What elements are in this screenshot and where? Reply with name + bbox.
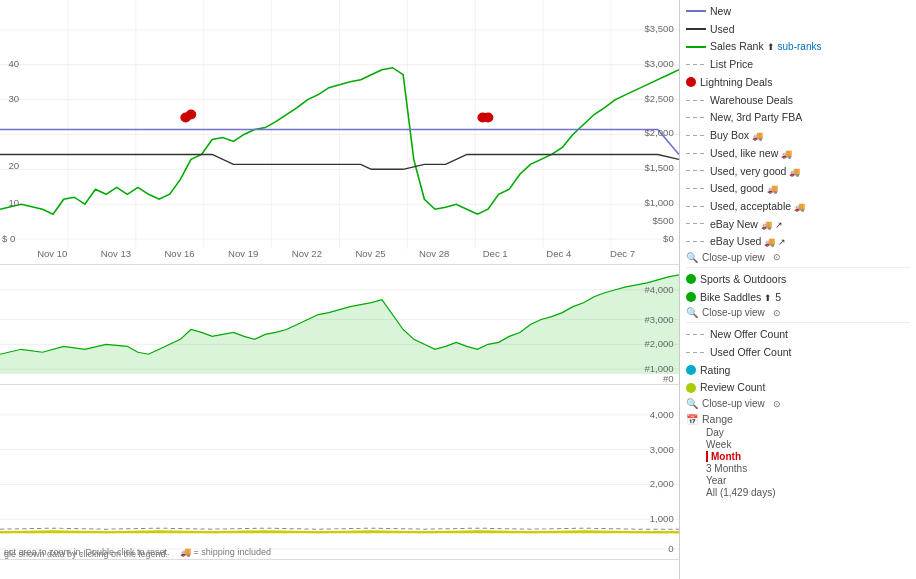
legend-used-label: Used (710, 22, 735, 37)
svg-text:#0: #0 (663, 374, 674, 384)
range-options: Day Week Month 3 Months Year All (1,429 … (706, 427, 910, 498)
svg-text:4,000: 4,000 (650, 410, 674, 420)
legend-new[interactable]: New (686, 4, 910, 19)
range-3months[interactable]: 3 Months (706, 463, 910, 474)
legend-ebay-used-label: eBay Used 🚚 ↗ (710, 234, 786, 249)
svg-text:#1,000: #1,000 (645, 364, 674, 374)
sub-ranks-link[interactable]: sub-ranks (778, 41, 822, 52)
legend-used-very-good[interactable]: Used, very good 🚚 (686, 164, 910, 179)
legend-review-count-label: Review Count (700, 380, 765, 395)
legend-warehouse-deals-label: Warehouse Deals (710, 93, 793, 108)
range-day[interactable]: Day (706, 427, 910, 438)
legend-used-good-label: Used, good 🚚 (710, 181, 778, 196)
svg-point-19 (483, 113, 494, 123)
svg-text:$3,000: $3,000 (645, 59, 674, 69)
legend-review-count[interactable]: Review Count (686, 380, 910, 395)
legend-rating[interactable]: Rating (686, 363, 910, 378)
legend-list-price-label: List Price (710, 57, 753, 72)
toggle-icon-3: ⊙ (773, 399, 781, 409)
toggle-icon-1: ⊙ (773, 252, 781, 262)
svg-text:$2,000: $2,000 (645, 129, 674, 139)
legend-ebay-new[interactable]: eBay New 🚚 ↗ (686, 217, 910, 232)
bottom-note-shipping: 🚚 = shipping included (180, 547, 271, 557)
svg-text:$1,500: $1,500 (645, 164, 674, 174)
legend-lightning-deals[interactable]: Lightning Deals (686, 75, 910, 90)
close-up-3-label: Close-up view (702, 398, 765, 409)
svg-text:#2,000: #2,000 (645, 340, 674, 350)
range-label: Range (702, 413, 733, 425)
legend-new-3p-fba-label: New, 3rd Party FBA (710, 110, 802, 125)
svg-text:$500: $500 (652, 216, 673, 226)
main-container: $3,500 $3,000 $2,500 $2,000 $1,500 $1,00… (0, 0, 916, 579)
svg-text:#4,000: #4,000 (645, 285, 674, 295)
svg-text:Nov 19: Nov 19 (228, 249, 258, 259)
svg-text:$2,500: $2,500 (645, 94, 674, 104)
close-up-3[interactable]: 🔍 Close-up view ⊙ (686, 398, 910, 409)
range-row: 📅 Range (686, 413, 910, 425)
search-icon-3: 🔍 (686, 398, 698, 409)
legend-used-very-good-label: Used, very good 🚚 (710, 164, 800, 179)
close-up-2[interactable]: 🔍 Close-up view ⊙ (686, 307, 910, 318)
legend-bike-saddles-label: Bike Saddles ⬆ 5 (700, 290, 781, 305)
legend-used-acceptable[interactable]: Used, acceptable 🚚 (686, 199, 910, 214)
svg-text:0: 0 (668, 544, 673, 554)
legend-used-offer-count[interactable]: Used Offer Count (686, 345, 910, 360)
calendar-icon: 📅 (686, 414, 698, 425)
svg-text:3,000: 3,000 (650, 445, 674, 455)
svg-text:10: 10 (8, 198, 19, 208)
range-month[interactable]: Month (706, 451, 910, 462)
range-year[interactable]: Year (706, 475, 910, 486)
svg-text:$0: $0 (663, 234, 674, 244)
charts-panel: $3,500 $3,000 $2,500 $2,000 $1,500 $1,00… (0, 0, 680, 579)
legend-sports-outdoors[interactable]: Sports & Outdoors (686, 272, 910, 287)
legend-used-offer-count-label: Used Offer Count (710, 345, 792, 360)
legend-used[interactable]: Used (686, 22, 910, 37)
legend-new-offer-count[interactable]: New Offer Count (686, 327, 910, 342)
legend-lightning-deals-label: Lightning Deals (700, 75, 772, 90)
bottom-note-legend: gle shown data by clicking on the legend… (4, 549, 168, 559)
close-up-1-label: Close-up view (702, 252, 765, 263)
svg-text:Nov 10: Nov 10 (37, 249, 67, 259)
svg-text:1,000: 1,000 (650, 514, 674, 524)
svg-text:Nov 28: Nov 28 (419, 249, 449, 259)
svg-text:$1,000: $1,000 (645, 198, 674, 208)
svg-text:40: 40 (8, 59, 19, 69)
legend-new-offer-count-label: New Offer Count (710, 327, 788, 342)
toggle-icon-2: ⊙ (773, 308, 781, 318)
legend-sales-rank[interactable]: Sales Rank ⬆ sub-ranks (686, 39, 910, 54)
legend-list-price[interactable]: List Price (686, 57, 910, 72)
legend-ebay-used[interactable]: eBay Used 🚚 ↗ (686, 234, 910, 249)
offer-count-chart[interactable]: 4,000 3,000 2,000 1,000 0 ect area to zo… (0, 385, 679, 560)
legend-buy-box[interactable]: Buy Box 🚚 (686, 128, 910, 143)
legend-used-like-new[interactable]: Used, like new 🚚 (686, 146, 910, 161)
search-icon-2: 🔍 (686, 307, 698, 318)
legend-sports-outdoors-label: Sports & Outdoors (700, 272, 786, 287)
legend-sales-rank-label: Sales Rank ⬆ sub-ranks (710, 39, 821, 54)
legend-warehouse-deals[interactable]: Warehouse Deals (686, 93, 910, 108)
svg-point-17 (186, 110, 197, 120)
price-chart[interactable]: $3,500 $3,000 $2,500 $2,000 $1,500 $1,00… (0, 0, 679, 265)
svg-text:$ 0: $ 0 (2, 234, 15, 244)
close-up-1[interactable]: 🔍 Close-up view ⊙ (686, 252, 910, 263)
legend-new-label: New (710, 4, 731, 19)
legend-panel: New Used Sales Rank ⬆ sub-ranks List Pri… (680, 0, 916, 579)
svg-text:Nov 16: Nov 16 (164, 249, 194, 259)
svg-text:20: 20 (8, 162, 19, 172)
svg-text:Dec 7: Dec 7 (610, 249, 635, 259)
svg-text:#3,000: #3,000 (645, 315, 674, 325)
sales-rank-chart[interactable]: #4,000 #3,000 #2,000 #1,000 #0 (0, 265, 679, 385)
legend-rating-label: Rating (700, 363, 730, 378)
legend-bike-saddles[interactable]: Bike Saddles ⬆ 5 (686, 290, 910, 305)
legend-used-like-new-label: Used, like new 🚚 (710, 146, 792, 161)
close-up-2-label: Close-up view (702, 307, 765, 318)
svg-text:30: 30 (8, 94, 19, 104)
search-icon-1: 🔍 (686, 252, 698, 263)
svg-text:2,000: 2,000 (650, 480, 674, 490)
legend-used-good[interactable]: Used, good 🚚 (686, 181, 910, 196)
legend-new-3p-fba[interactable]: New, 3rd Party FBA (686, 110, 910, 125)
svg-text:Nov 25: Nov 25 (355, 249, 385, 259)
range-week[interactable]: Week (706, 439, 910, 450)
range-all[interactable]: All (1,429 days) (706, 487, 910, 498)
legend-buy-box-label: Buy Box 🚚 (710, 128, 763, 143)
legend-ebay-new-label: eBay New 🚚 ↗ (710, 217, 783, 232)
